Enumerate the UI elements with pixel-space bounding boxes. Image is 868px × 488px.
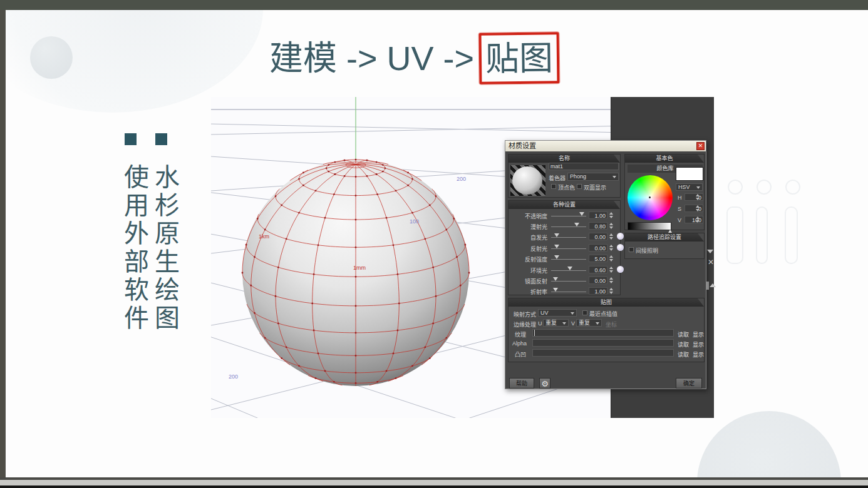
slider-track[interactable] xyxy=(551,270,586,271)
setting-row-emissive: 自发光0.00 xyxy=(509,232,620,241)
spin-up-icon[interactable] xyxy=(609,223,613,225)
spin-up-icon[interactable] xyxy=(696,194,700,196)
spin-down-icon[interactable] xyxy=(696,209,700,211)
current-color-swatch[interactable] xyxy=(676,167,703,181)
slider-handle[interactable] xyxy=(553,277,558,281)
slider-track[interactable] xyxy=(551,281,586,282)
shader-dropdown[interactable]: Phong xyxy=(567,173,619,181)
spin-down-icon[interactable] xyxy=(609,216,613,218)
raytrace-header: 路径追踪设置 xyxy=(625,233,704,241)
dialog-close-button[interactable]: ✕ xyxy=(696,142,705,150)
slider-handle[interactable] xyxy=(554,245,559,248)
texture-path-field[interactable]: ​ xyxy=(532,329,674,337)
panel-expand-arrow[interactable] xyxy=(710,283,716,287)
chevron-down-icon xyxy=(571,312,574,315)
setting-value[interactable]: 0.00 xyxy=(589,244,607,252)
texture-load-button[interactable]: 读取 xyxy=(678,330,689,338)
slider-track[interactable] xyxy=(551,226,586,227)
name-panel: 名称 mat1 着色器 Phong 顶点色 双面显示 xyxy=(508,154,621,198)
setting-value[interactable]: 1.00 xyxy=(589,211,607,219)
setting-value[interactable]: 0.00 xyxy=(589,233,607,240)
spin-down-icon[interactable] xyxy=(609,259,613,262)
slider-handle[interactable] xyxy=(567,267,572,270)
dialog-titlebar[interactable]: 材质设置 xyxy=(505,141,706,151)
setting-label: 环境光 xyxy=(509,267,547,275)
chevron-down-icon xyxy=(562,322,566,325)
spinner xyxy=(609,287,614,295)
u-edge-dropdown[interactable]: 重复 xyxy=(543,319,569,327)
spin-down-icon[interactable] xyxy=(696,198,700,200)
color-chip-icon[interactable] xyxy=(617,233,624,240)
color-wheel[interactable] xyxy=(628,175,673,220)
grid-label: 200 xyxy=(229,374,238,380)
spin-up-icon[interactable] xyxy=(609,245,613,247)
slider-handle[interactable] xyxy=(579,212,584,216)
help-button[interactable]: 帮助 xyxy=(509,378,534,389)
decorative-bar xyxy=(726,206,743,264)
slider-track[interactable] xyxy=(551,248,586,249)
spin-up-icon[interactable] xyxy=(609,267,613,269)
setting-row-ambient: 环境光0.60 xyxy=(509,265,620,274)
slider-track[interactable] xyxy=(551,292,586,292)
setting-value[interactable]: 0.80 xyxy=(589,222,607,230)
double-sided-checkbox[interactable] xyxy=(577,184,582,189)
setting-value[interactable]: 0.60 xyxy=(589,266,607,273)
setting-label: 不透明度 xyxy=(509,212,547,220)
material-name-field[interactable]: mat1 xyxy=(549,163,619,170)
bump-load-button[interactable]: 读取 xyxy=(678,350,689,358)
value-gradient-bar[interactable] xyxy=(628,222,671,230)
spin-down-icon[interactable] xyxy=(609,281,613,283)
slider-handle[interactable] xyxy=(553,288,558,292)
decorative-bar xyxy=(785,206,798,264)
spin-up-icon[interactable] xyxy=(609,255,613,258)
spin-up-icon[interactable] xyxy=(609,212,613,215)
scrollbar-thumb[interactable] xyxy=(706,282,709,290)
alpha-show-button[interactable]: 显示 xyxy=(693,340,704,348)
slider-handle[interactable] xyxy=(574,223,579,226)
texture-show-button[interactable]: 显示 xyxy=(693,330,704,338)
spin-up-icon[interactable] xyxy=(609,233,613,236)
panel-collapse-arrow[interactable] xyxy=(707,250,713,253)
gear-icon[interactable]: ⚙ xyxy=(539,378,550,389)
bump-label: 凸凹 xyxy=(515,350,526,358)
vertex-color-label: 顶点色 xyxy=(558,183,575,191)
spin-down-icon[interactable] xyxy=(609,226,613,229)
slider-handle[interactable] xyxy=(554,255,559,259)
slider-track[interactable] xyxy=(551,259,586,260)
bump-show-button[interactable]: 显示 xyxy=(693,350,704,358)
bullet-square xyxy=(155,133,167,145)
panel-close-icon[interactable]: ✕ xyxy=(708,258,714,266)
setting-value[interactable]: 5.00 xyxy=(589,255,607,262)
spin-up-icon[interactable] xyxy=(609,277,613,280)
spinner xyxy=(609,233,614,240)
setting-value[interactable]: 0.00 xyxy=(589,277,607,284)
ok-button[interactable]: 确定 xyxy=(676,378,702,389)
slider-handle[interactable] xyxy=(554,233,559,237)
material-preview[interactable] xyxy=(510,165,545,196)
raytrace-panel: 路径追踪设置 间接照明 xyxy=(624,233,705,259)
alpha-path-field[interactable] xyxy=(532,339,674,347)
spin-down-icon[interactable] xyxy=(609,270,613,273)
spin-down-icon[interactable] xyxy=(609,248,613,251)
spin-up-icon[interactable] xyxy=(609,288,613,290)
spin-down-icon[interactable] xyxy=(609,292,613,294)
spin-up-icon[interactable] xyxy=(696,216,700,219)
indirect-light-checkbox[interactable] xyxy=(629,247,634,252)
alpha-load-button[interactable]: 读取 xyxy=(678,340,689,348)
v-edge-dropdown[interactable]: 重复 xyxy=(576,319,602,327)
colorspace-dropdown[interactable]: HSV xyxy=(676,183,703,191)
name-panel-header: 名称 xyxy=(509,155,620,163)
color-chip-icon[interactable] xyxy=(617,266,624,273)
slider-track[interactable] xyxy=(551,216,586,216)
spin-up-icon[interactable] xyxy=(696,205,700,208)
vertex-color-checkbox[interactable] xyxy=(551,184,556,189)
spin-down-icon[interactable] xyxy=(609,237,613,240)
color-chip-icon[interactable] xyxy=(617,244,624,251)
nearest-interp-checkbox[interactable] xyxy=(582,310,587,315)
setting-value[interactable]: 1.00 xyxy=(589,287,607,295)
slide-bottom-band xyxy=(0,480,868,485)
slider-track[interactable] xyxy=(551,237,586,238)
mapping-mode-dropdown[interactable]: UV xyxy=(538,309,577,317)
bump-path-field[interactable] xyxy=(532,349,674,357)
spin-down-icon[interactable] xyxy=(696,220,700,223)
